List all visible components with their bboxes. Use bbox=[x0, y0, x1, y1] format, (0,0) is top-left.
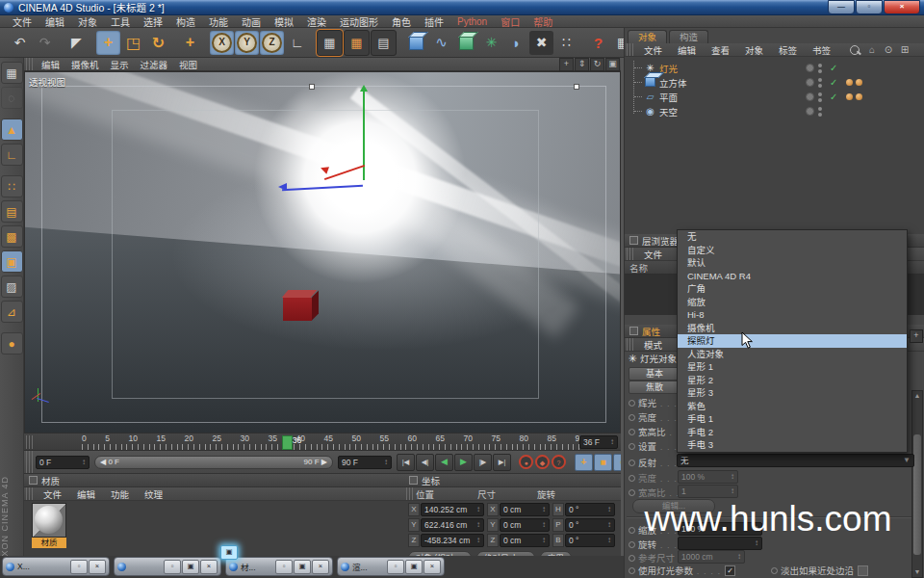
key-position-toggle[interactable]: + bbox=[575, 454, 593, 471]
play-button[interactable]: ▶ bbox=[454, 454, 473, 471]
enabled-check-icon[interactable]: ✓ bbox=[830, 63, 843, 73]
particles-icon[interactable]: ∷ bbox=[554, 31, 578, 55]
dropdown-option[interactable]: 默认 bbox=[678, 256, 907, 270]
workplane-mode-icon[interactable]: ⊿ bbox=[1, 301, 23, 323]
enabled-check-icon[interactable]: ✓ bbox=[830, 77, 843, 88]
move-tool-icon[interactable]: + bbox=[96, 31, 120, 55]
dropdown-option[interactable]: 探照灯 bbox=[678, 334, 907, 348]
zoom-view-icon[interactable]: ⇕ bbox=[575, 58, 589, 71]
win-minimize-icon[interactable]: ▫ bbox=[275, 560, 293, 574]
viewport-menu-item[interactable]: 视图 bbox=[173, 58, 203, 71]
search-icon[interactable] bbox=[850, 45, 860, 55]
menu-item[interactable]: 工具 bbox=[104, 14, 137, 29]
preview-range-slider[interactable]: ◀ 0 F 90 F ▶ bbox=[94, 456, 333, 469]
minimized-window[interactable]: X... ▫ ▣ × bbox=[2, 557, 110, 576]
win-close-icon[interactable]: × bbox=[200, 560, 218, 574]
render-picture-viewer-icon[interactable]: ▦ bbox=[344, 30, 370, 56]
visibility-dots[interactable] bbox=[818, 63, 822, 74]
visibility-dots[interactable] bbox=[818, 106, 822, 118]
visibility-dots[interactable] bbox=[818, 92, 822, 103]
lock-icon[interactable]: + bbox=[910, 329, 923, 343]
home-icon[interactable]: ⌂ bbox=[865, 44, 879, 56]
goto-start-button[interactable]: |◀ bbox=[397, 454, 415, 471]
selection-tool-icon[interactable]: ◤ bbox=[64, 31, 89, 55]
dropdown-option[interactable]: 手电 3 bbox=[678, 438, 907, 452]
goto-end-button[interactable]: ▶| bbox=[493, 454, 511, 471]
position-z-field[interactable]: -458.234 cm↕ bbox=[421, 534, 484, 547]
axis-y-lock-icon[interactable]: Y bbox=[235, 31, 259, 55]
perspective-viewport[interactable]: 透视视图 bbox=[24, 71, 621, 434]
panel-icon[interactable] bbox=[629, 236, 638, 245]
menu-item[interactable]: 选择 bbox=[137, 14, 169, 29]
phong-tag-icon[interactable] bbox=[856, 93, 862, 100]
menu-item[interactable]: 帮助 bbox=[526, 14, 559, 29]
position-x-field[interactable]: 140.252 cm↕ bbox=[421, 503, 484, 516]
menu-item[interactable]: 对象 bbox=[71, 14, 104, 29]
chevron-down-icon[interactable]: ▼ bbox=[903, 456, 911, 465]
viewport-menu-item[interactable]: 摄像机 bbox=[65, 58, 105, 71]
current-frame-field[interactable]: 36 F↕ bbox=[579, 435, 618, 449]
menu-item[interactable]: 文件 bbox=[6, 14, 38, 29]
material-name-label[interactable]: 材质 bbox=[32, 538, 66, 548]
menu-item[interactable]: 插件 bbox=[418, 14, 450, 29]
checkbox-checked[interactable]: ✓ bbox=[725, 565, 735, 576]
attribute-scrollbar[interactable]: ▲ ▼ bbox=[911, 390, 923, 578]
win-minimize-icon[interactable]: ▫ bbox=[164, 560, 181, 574]
model-mode-icon[interactable]: ▲ bbox=[1, 118, 23, 141]
viewport-filter-icon[interactable]: ● bbox=[1, 332, 23, 355]
last-tool-icon[interactable]: + bbox=[178, 31, 202, 55]
win-close-icon[interactable]: × bbox=[312, 560, 329, 574]
add-environment-icon[interactable]: ◗ bbox=[504, 31, 528, 55]
scroll-down-icon[interactable]: ▼ bbox=[912, 567, 922, 577]
om-menu-item[interactable]: 查看 bbox=[704, 43, 737, 57]
menu-item[interactable]: 窗口 bbox=[494, 14, 526, 29]
play-backwards-button[interactable]: ◀ bbox=[435, 454, 453, 471]
dropdown-option[interactable]: 自定义 bbox=[678, 244, 907, 257]
dropdown-option[interactable]: 广角 bbox=[678, 282, 907, 296]
scroll-up-icon[interactable]: ▲ bbox=[912, 391, 922, 401]
dropdown-option[interactable]: 星形 2 bbox=[678, 374, 907, 387]
layer-dot[interactable] bbox=[806, 64, 814, 72]
attr-mode-menu[interactable]: 模式 bbox=[636, 338, 670, 352]
menu-item[interactable]: Python bbox=[450, 16, 494, 27]
point-mode-icon[interactable]: ∷ bbox=[1, 175, 23, 197]
autokey-button[interactable]: ◆ bbox=[535, 455, 550, 469]
tab-caustics[interactable]: 焦散 bbox=[629, 381, 680, 394]
close-button[interactable]: × bbox=[884, 0, 920, 14]
add-generator-icon[interactable] bbox=[454, 31, 478, 55]
render-view-icon[interactable]: ▦ bbox=[317, 30, 343, 56]
dropdown-option[interactable]: 紫色 bbox=[678, 400, 907, 413]
win-restore-icon[interactable]: ▣ bbox=[405, 560, 423, 574]
texture-tag-icon[interactable] bbox=[846, 79, 853, 86]
scale-tool-icon[interactable]: ◳ bbox=[121, 31, 145, 55]
menu-item[interactable]: 功能 bbox=[202, 14, 235, 29]
redo-icon[interactable]: ↷ bbox=[33, 31, 57, 55]
menu-item[interactable]: 构造 bbox=[169, 14, 202, 29]
size-y-field[interactable]: 0 cm↕ bbox=[500, 518, 550, 532]
rotate-tool-icon[interactable]: ↻ bbox=[146, 31, 170, 55]
object-row-light[interactable]: ✳ 灯光 ✓ bbox=[625, 61, 924, 75]
add-panel-icon[interactable]: ⊞ bbox=[898, 44, 911, 56]
coordinate-system-icon[interactable]: ∟ bbox=[285, 31, 309, 55]
panel-grip[interactable] bbox=[26, 58, 33, 70]
size-x-field[interactable]: 0 cm↕ bbox=[500, 503, 550, 516]
pan-view-icon[interactable]: + bbox=[559, 58, 574, 71]
win-restore-icon[interactable]: ▣ bbox=[294, 560, 311, 574]
texture-mode-icon[interactable]: ▨ bbox=[1, 276, 23, 298]
object-row-sky[interactable]: ◉ 天空 bbox=[625, 104, 924, 118]
object-axis-mode-icon[interactable]: ∟ bbox=[1, 144, 23, 166]
undo-icon[interactable]: ↶ bbox=[8, 31, 32, 55]
om-menu-item[interactable]: 文件 bbox=[636, 43, 670, 57]
visibility-dots[interactable] bbox=[818, 77, 822, 89]
material-menu-item[interactable]: 纹理 bbox=[137, 487, 170, 501]
minimized-window[interactable]: ▫ ▣ × bbox=[114, 557, 221, 576]
win-minimize-icon[interactable]: ▫ bbox=[387, 560, 404, 574]
red-cube-object[interactable] bbox=[283, 298, 312, 321]
material-thumbnail[interactable] bbox=[32, 503, 66, 538]
range-end-field[interactable]: 90 F↕ bbox=[338, 456, 392, 469]
rotation-b-field[interactable]: 0 °↕ bbox=[565, 534, 615, 547]
menu-item[interactable]: 动画 bbox=[235, 14, 268, 29]
texture-tag-icon[interactable] bbox=[846, 93, 853, 100]
phong-tag-icon[interactable] bbox=[856, 79, 862, 86]
toggle-view-icon[interactable]: ▣ bbox=[605, 58, 620, 71]
